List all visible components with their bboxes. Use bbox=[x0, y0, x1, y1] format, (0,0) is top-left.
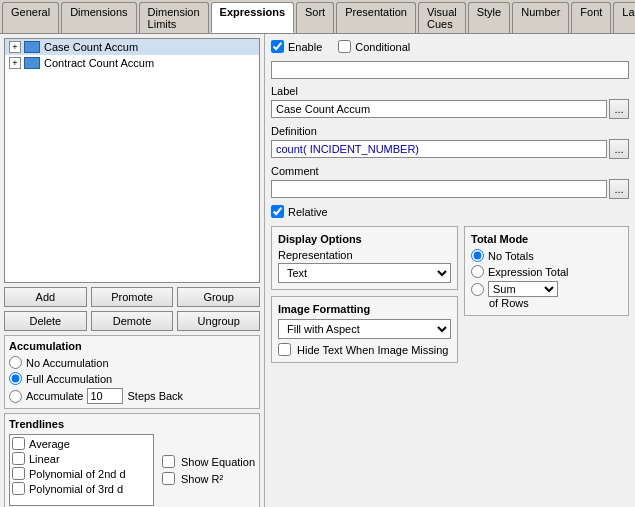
trendline-poly3-check[interactable] bbox=[12, 482, 25, 495]
enable-checkbox[interactable] bbox=[271, 40, 284, 53]
accumulation-section: Accumulation No Accumulation Full Accumu… bbox=[4, 335, 260, 409]
tab-number[interactable]: Number bbox=[512, 2, 569, 33]
tab-style[interactable]: Style bbox=[468, 2, 510, 33]
image-formatting-title: Image Formatting bbox=[278, 303, 451, 315]
label-input-row: ... bbox=[271, 99, 629, 119]
tab-presentation[interactable]: Presentation bbox=[336, 2, 416, 33]
definition-input[interactable] bbox=[271, 140, 607, 158]
hide-text-checkbox[interactable] bbox=[278, 343, 291, 356]
show-equation-label: Show Equation bbox=[181, 456, 255, 468]
trendline-poly2-label: Polynomial of 2nd d bbox=[29, 468, 126, 480]
tab-font[interactable]: Font bbox=[571, 2, 611, 33]
tab-expressions[interactable]: Expressions bbox=[211, 2, 294, 33]
comment-input-row: ... bbox=[271, 179, 629, 199]
conditional-input[interactable] bbox=[271, 61, 629, 79]
tab-general[interactable]: General bbox=[2, 2, 59, 33]
label-ellipsis-btn[interactable]: ... bbox=[609, 99, 629, 119]
comment-ellipsis-btn[interactable]: ... bbox=[609, 179, 629, 199]
top-row: Enable Conditional bbox=[271, 40, 629, 53]
group-button[interactable]: Group bbox=[177, 287, 260, 307]
lower-right: Display Options Representation Text Imag… bbox=[271, 226, 629, 363]
conditional-label: Conditional bbox=[338, 40, 410, 53]
accumulation-title: Accumulation bbox=[9, 340, 255, 352]
relative-label: Relative bbox=[288, 206, 328, 218]
full-accumulation-radio[interactable] bbox=[9, 372, 22, 385]
show-equation-check[interactable] bbox=[162, 455, 175, 468]
image-formatting-section: Image Formatting Fill with Aspect No Fil… bbox=[271, 296, 458, 363]
demote-button[interactable]: Demote bbox=[91, 311, 174, 331]
delete-button[interactable]: Delete bbox=[4, 311, 87, 331]
conditional-text: Conditional bbox=[355, 41, 410, 53]
label-input[interactable] bbox=[271, 100, 607, 118]
definition-input-row: ... bbox=[271, 139, 629, 159]
label-group: Label ... bbox=[271, 85, 629, 119]
expr-total-row: Expression Total bbox=[471, 265, 622, 278]
left-panel: + Case Count Accum + Contract Count Accu… bbox=[0, 34, 265, 507]
main-content: + Case Count Accum + Contract Count Accu… bbox=[0, 34, 635, 507]
expression-item-0[interactable]: + Case Count Accum bbox=[5, 39, 259, 55]
show-r2-check[interactable] bbox=[162, 472, 175, 485]
trendlines-title: Trendlines bbox=[9, 418, 255, 430]
trendline-poly3-label: Polynomial of 3rd d bbox=[29, 483, 123, 495]
full-accumulation-row: Full Accumulation bbox=[9, 372, 255, 385]
accumulate-steps-radio[interactable] bbox=[9, 390, 22, 403]
of-rows-label: of Rows bbox=[489, 297, 622, 309]
expand-icon-1[interactable]: + bbox=[9, 57, 21, 69]
total-mode-section: Total Mode No Totals Expression Total Su… bbox=[464, 226, 629, 316]
tab-bar: General Dimensions Dimension Limits Expr… bbox=[0, 0, 635, 34]
tab-dimension-limits[interactable]: Dimension Limits bbox=[139, 2, 209, 33]
conditional-field bbox=[271, 61, 629, 79]
fill-select[interactable]: Fill with Aspect No Fill Fill bbox=[278, 319, 451, 339]
total-mode-col: Total Mode No Totals Expression Total Su… bbox=[464, 226, 629, 363]
representation-label: Representation bbox=[278, 249, 451, 261]
label-field-label: Label bbox=[271, 85, 629, 97]
sum-select[interactable]: Sum Avg Min Max bbox=[488, 281, 558, 297]
sum-radio[interactable] bbox=[471, 283, 484, 296]
definition-group: Definition ... bbox=[271, 125, 629, 159]
show-r2-row: Show R² bbox=[162, 472, 255, 485]
trendlines-section: Trendlines Average Linear Polynomial of … bbox=[4, 413, 260, 507]
trendline-linear-label: Linear bbox=[29, 453, 60, 465]
no-totals-label: No Totals bbox=[488, 250, 534, 262]
trendline-linear-check[interactable] bbox=[12, 452, 25, 465]
enable-label: Enable bbox=[271, 40, 322, 53]
conditional-checkbox[interactable] bbox=[338, 40, 351, 53]
folder-icon-0 bbox=[24, 41, 40, 53]
definition-field-label: Definition bbox=[271, 125, 629, 137]
display-options-section: Display Options Representation Text Imag… bbox=[271, 226, 458, 290]
expr-total-radio[interactable] bbox=[471, 265, 484, 278]
trendline-linear: Linear bbox=[12, 452, 151, 465]
expression-item-1[interactable]: + Contract Count Accum bbox=[5, 55, 259, 71]
definition-ellipsis-btn[interactable]: ... bbox=[609, 139, 629, 159]
steps-input[interactable] bbox=[87, 388, 123, 404]
tab-visual-cues[interactable]: Visual Cues bbox=[418, 2, 466, 33]
tab-layout[interactable]: La... bbox=[613, 2, 635, 33]
comment-input[interactable] bbox=[271, 180, 607, 198]
no-accumulation-row: No Accumulation bbox=[9, 356, 255, 369]
expression-label-0: Case Count Accum bbox=[44, 41, 138, 53]
total-mode-title: Total Mode bbox=[471, 233, 622, 245]
tab-sort[interactable]: Sort bbox=[296, 2, 334, 33]
ungroup-button[interactable]: Ungroup bbox=[177, 311, 260, 331]
full-accumulation-label: Full Accumulation bbox=[26, 373, 112, 385]
trendlines-inner: Average Linear Polynomial of 2nd d Polyn… bbox=[9, 434, 255, 506]
expand-icon-0[interactable]: + bbox=[9, 41, 21, 53]
representation-select[interactable]: Text Image Gauge Mini Chart bbox=[278, 263, 451, 283]
trendline-poly2-check[interactable] bbox=[12, 467, 25, 480]
expr-total-label: Expression Total bbox=[488, 266, 569, 278]
trendline-average-label: Average bbox=[29, 438, 70, 450]
right-panel: Enable Conditional Label ... Definition … bbox=[265, 34, 635, 507]
show-equation-row: Show Equation bbox=[162, 455, 255, 468]
expression-list: + Case Count Accum + Contract Count Accu… bbox=[4, 38, 260, 283]
relative-checkbox[interactable] bbox=[271, 205, 284, 218]
folder-icon-1 bbox=[24, 57, 40, 69]
trendline-poly2: Polynomial of 2nd d bbox=[12, 467, 151, 480]
no-accumulation-label: No Accumulation bbox=[26, 357, 109, 369]
steps-back-label: Steps Back bbox=[127, 390, 183, 402]
promote-button[interactable]: Promote bbox=[91, 287, 174, 307]
no-accumulation-radio[interactable] bbox=[9, 356, 22, 369]
tab-dimensions[interactable]: Dimensions bbox=[61, 2, 136, 33]
no-totals-radio[interactable] bbox=[471, 249, 484, 262]
add-button[interactable]: Add bbox=[4, 287, 87, 307]
trendline-average-check[interactable] bbox=[12, 437, 25, 450]
